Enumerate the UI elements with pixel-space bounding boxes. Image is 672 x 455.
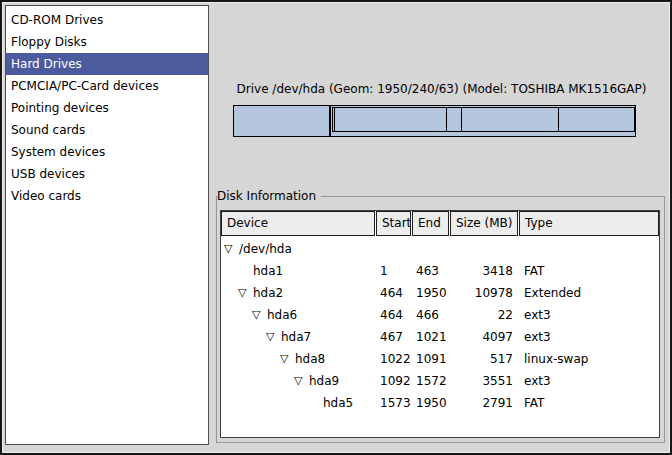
partition-segment-hda7 [334,107,447,132]
column-header-end[interactable]: End [412,211,449,236]
drive-geometry-label: Drive /dev/hda (Geom: 1950/240/63) (Mode… [215,82,668,96]
start-cell: 1022 [376,352,412,366]
column-header-size[interactable]: Size (MB) [450,211,518,236]
type-cell: ext3 [519,374,659,388]
sidebar-item-sound-cards[interactable]: Sound cards [6,119,208,141]
sidebar-item-floppy-disks[interactable]: Floppy Disks [6,31,208,53]
partition-table: Device Start End Size (MB) Type ▽ /dev/h… [220,210,660,438]
sidebar-item-cdrom-drives[interactable]: CD-ROM Drives [6,9,208,31]
partition-segment-hda1 [233,105,330,137]
sidebar-item-hard-drives[interactable]: Hard Drives [6,53,208,75]
end-cell: 1091 [412,352,450,366]
expander-icon[interactable]: ▽ [252,309,267,320]
device-cell: hda9 [309,374,339,388]
expander-icon[interactable]: ▽ [266,331,281,342]
device-cell: hda8 [295,352,325,366]
partition-table-body: ▽ /dev/hda hda1 1 463 34 [221,236,659,414]
type-cell: FAT [519,264,659,278]
device-cell: hda5 [323,396,353,410]
size-cell: 4097 [450,330,519,344]
sidebar-item-pointing-devices[interactable]: Pointing devices [6,97,208,119]
table-row-hda2[interactable]: ▽ hda2 464 1950 10978 Extended [221,282,659,304]
expander-icon[interactable]: ▽ [238,287,253,298]
type-cell: Extended [519,286,659,300]
column-header-start[interactable]: Start [376,211,411,236]
table-row-hda5[interactable]: hda5 1573 1950 2791 FAT [221,392,659,414]
expander-icon[interactable]: ▽ [280,353,295,364]
device-cell: hda7 [281,330,311,344]
size-cell: 3418 [450,264,519,278]
sidebar-item-pcmcia-devices[interactable]: PCMCIA/PC-Card devices [6,75,208,97]
table-row-hda1[interactable]: hda1 1 463 3418 FAT [221,260,659,282]
device-cell: hda1 [253,264,283,278]
start-cell: 467 [376,330,412,344]
type-cell: linux-swap [519,352,659,366]
type-cell: FAT [519,396,659,410]
device-cell: hda6 [267,308,297,322]
size-cell: 3551 [450,374,519,388]
end-cell: 463 [412,264,450,278]
disk-information-frame-label: Disk Information [217,189,321,204]
hardware-browser-window: CD-ROM Drives Floppy Disks Hard Drives P… [0,0,672,455]
column-header-type[interactable]: Type [519,211,659,236]
table-row-dev-hda[interactable]: ▽ /dev/hda [221,238,659,260]
start-cell: 464 [376,286,412,300]
partition-segment-hda8 [446,107,462,132]
size-cell: 517 [450,352,519,366]
sidebar-item-system-devices[interactable]: System devices [6,141,208,163]
size-cell: 2791 [450,396,519,410]
start-cell: 1 [376,264,412,278]
end-cell: 1572 [412,374,450,388]
end-cell: 1021 [412,330,450,344]
partition-segment-hda9 [461,107,559,132]
size-cell: 22 [450,308,519,322]
disk-information-frame: Disk Information Device Start End Size (… [216,196,665,443]
end-cell: 1950 [412,396,450,410]
start-cell: 1092 [376,374,412,388]
type-cell: ext3 [519,330,659,344]
sidebar-item-usb-devices[interactable]: USB devices [6,163,208,185]
logical-partitions [332,107,635,132]
partition-bar [233,105,636,137]
column-header-device[interactable]: Device [221,211,375,236]
start-cell: 1573 [376,396,412,410]
table-row-hda8[interactable]: ▽ hda8 1022 1091 517 linux-swap [221,348,659,370]
start-cell: 464 [376,308,412,322]
table-row-hda6[interactable]: ▽ hda6 464 466 22 ext3 [221,304,659,326]
sidebar-item-video-cards[interactable]: Video cards [6,185,208,207]
end-cell: 1950 [412,286,450,300]
partition-segment-hda5 [558,107,635,132]
partition-table-header: Device Start End Size (MB) Type [221,211,659,236]
size-cell: 10978 [450,286,519,300]
table-row-hda9[interactable]: ▽ hda9 1092 1572 3551 ext3 [221,370,659,392]
end-cell: 466 [412,308,450,322]
device-cell: hda2 [253,286,283,300]
expander-icon[interactable]: ▽ [224,243,239,254]
expander-icon[interactable]: ▽ [294,375,309,386]
partition-segment-hda2-extended [330,105,636,137]
device-category-list: CD-ROM Drives Floppy Disks Hard Drives P… [5,5,209,445]
table-row-hda7[interactable]: ▽ hda7 467 1021 4097 ext3 [221,326,659,348]
type-cell: ext3 [519,308,659,322]
device-cell: /dev/hda [239,242,292,256]
